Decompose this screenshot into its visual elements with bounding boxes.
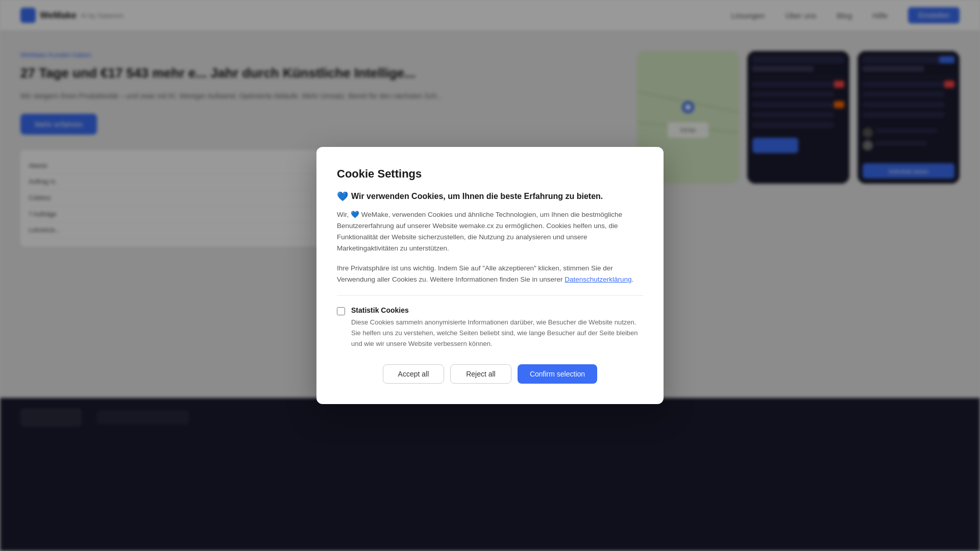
accept-all-button[interactable]: Accept all [383,364,444,384]
confirm-selection-button[interactable]: Confirm selection [518,364,597,384]
category-title: Statistik Cookies [351,306,643,314]
dialog-divider [337,295,643,296]
privacy-policy-link[interactable]: Datenschutzerklärung [565,276,631,283]
reject-all-button[interactable]: Reject all [450,364,511,384]
cookie-category-statistik: Statistik Cookies Diese Cookies sammeln … [337,306,643,349]
dialog-headline: 💙 Wir verwenden Cookies, um Ihnen die be… [337,191,643,202]
statistik-cookies-checkbox[interactable] [337,307,345,315]
dialog-intro-text: Wir, 💙 WeMake, verwenden Cookies und ähn… [337,209,643,255]
dialog-privacy-note: Ihre Privatsphäre ist uns wichtig. Indem… [337,263,643,286]
cookie-dialog: Cookie Settings 💙 Wir verwenden Cookies,… [316,147,664,405]
category-description: Diese Cookies sammeln anonymisierte Info… [351,317,643,349]
dialog-buttons: Accept all Reject all Confirm selection [337,364,643,384]
dialog-title: Cookie Settings [337,167,643,181]
heart-icon: 💙 [337,191,348,202]
modal-overlay: Cookie Settings 💙 Wir verwenden Cookies,… [0,0,980,551]
